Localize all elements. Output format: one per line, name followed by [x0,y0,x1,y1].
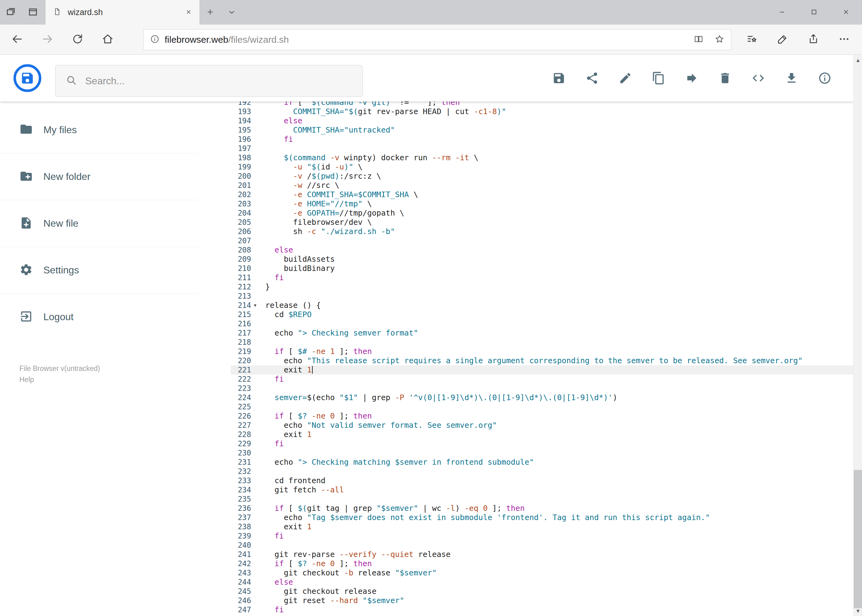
share-file-button[interactable] [585,71,599,85]
sidebar-item-new-folder[interactable]: New folder [0,153,198,200]
forward-button[interactable] [38,30,57,50]
source-code-button[interactable] [752,71,765,85]
code-line[interactable]: 217 echo "> Checking semver format" [231,328,853,338]
code-line[interactable]: 244 else [231,578,853,587]
sidebar-item-settings[interactable]: Settings [0,247,198,293]
code-line[interactable]: 241 git rev-parse --verify --quiet relea… [231,550,853,559]
code-line[interactable]: 199 -u "$(id -u)" \ [231,162,853,171]
close-button[interactable] [830,0,862,25]
download-button[interactable] [785,71,798,85]
copy-button[interactable] [652,71,665,85]
code-area[interactable]: 192 if [ "$(command -v git)" != "" ]; th… [231,98,853,614]
home-button[interactable] [98,30,118,50]
code-line[interactable]: 197 [231,144,853,153]
search-input[interactable] [85,75,352,87]
code-line[interactable]: 238 exit 1 [231,522,853,531]
code-line[interactable]: 204 -e GOPATH=//tmp/gopath \ [231,209,853,218]
code-line[interactable]: 213 [231,292,853,301]
save-button[interactable] [552,71,566,85]
scrollbar-thumb[interactable] [854,470,862,608]
code-line[interactable]: 209 buildAssets [231,255,853,264]
code-line[interactable]: 245 git checkout release [231,587,853,596]
set-tabs-aside-button[interactable] [6,7,16,18]
code-line[interactable]: 242 if [ $? -ne 0 ]; then [231,559,853,568]
code-line[interactable]: 236 if [ $(git tag | grep "$semver" | wc… [231,504,853,513]
code-line[interactable]: 240 [231,541,853,550]
code-line[interactable]: 237 echo "Tag $semver does not exist in … [231,513,853,522]
code-line[interactable]: 233 cd frontend [231,476,853,485]
help-link[interactable]: Help [19,374,100,385]
code-line[interactable]: 198 $(command -v winpty) docker run --rm… [231,153,853,162]
minimize-button[interactable] [766,0,798,25]
code-line[interactable]: 229 fi [231,439,853,448]
code-line[interactable]: 214▾release () { [231,301,853,310]
code-line[interactable]: 215 cd $REPO [231,310,853,319]
code-line[interactable]: 239 fi [231,531,853,541]
maximize-button[interactable] [798,0,830,25]
code-line[interactable]: 219 if [ $# -ne 1 ]; then [231,347,853,356]
rename-button[interactable] [619,71,632,85]
scroll-up-icon[interactable]: ▲ [854,55,862,65]
tab-close-button[interactable] [185,9,192,16]
share-button[interactable] [805,31,822,48]
code-line[interactable]: 201 -w //src \ [231,181,853,190]
code-line[interactable]: 224 semver=$(echo "$1" | grep -P '^v(0|[… [231,393,853,402]
info-button[interactable] [818,71,832,85]
site-info-icon[interactable] [150,34,160,45]
code-line[interactable]: 216 [231,319,853,328]
search-box[interactable] [55,65,363,97]
code-line[interactable]: 195 COMMIT_SHA="untracked" [231,126,853,135]
fold-arrow-icon[interactable]: ▾ [251,301,259,310]
code-line[interactable]: 228 exit 1 [231,430,853,439]
code-line[interactable]: 223 [231,384,853,393]
code-line[interactable]: 194 else [231,116,853,126]
delete-button[interactable] [718,71,732,85]
code-line[interactable]: 202 -e COMMIT_SHA=$COMMIT_SHA \ [231,190,853,199]
code-line[interactable]: 218 [231,338,853,347]
new-tab-button[interactable] [199,0,221,25]
url-text[interactable]: filebrowser.web/files/wizard.sh [165,35,689,45]
sidebar-item-logout[interactable]: Logout [0,293,198,340]
favorite-star-icon[interactable] [714,34,725,46]
code-line[interactable]: 232 [231,467,853,476]
hub-button[interactable] [743,31,760,48]
tab-list-button[interactable] [221,0,243,25]
code-line[interactable]: 230 [231,448,853,457]
address-bar[interactable]: filebrowser.web/files/wizard.sh [143,29,731,50]
code-line[interactable]: 246 git reset --hard "$semver" [231,596,853,605]
app-logo[interactable] [13,64,42,93]
code-line[interactable]: 231 echo "> Checking matching $semver in… [231,457,853,467]
code-line[interactable]: 210 buildBinary [231,264,853,273]
code-line[interactable]: 235 [231,495,853,504]
code-line[interactable]: 247 fi [231,605,853,614]
code-line[interactable]: 225 [231,402,853,412]
code-line[interactable]: 205 filebrowser/dev \ [231,218,853,227]
sidebar-item-my-files[interactable]: My files [0,107,198,153]
browser-tab[interactable]: wizard.sh [46,0,199,25]
code-line[interactable]: 227 echo "Not valid semver format. See s… [231,421,853,430]
annotate-button[interactable] [774,31,791,48]
code-line[interactable]: 222 fi [231,375,853,384]
refresh-button[interactable] [68,30,87,50]
more-options-button[interactable] [835,31,853,48]
reading-view-icon[interactable] [693,34,704,46]
page-scrollbar[interactable]: ▲ ▼ [853,55,862,616]
code-line[interactable]: 243 git checkout -b release "$semver" [231,568,853,578]
code-line[interactable]: 221 exit 1 [231,365,853,375]
back-button[interactable] [7,30,27,50]
code-line[interactable]: 203 -e HOME="//tmp" \ [231,199,853,209]
code-line[interactable]: 234 git fetch --all [231,485,853,495]
tab-preview-button[interactable] [28,7,38,18]
code-line[interactable]: 208 else [231,245,853,255]
scroll-down-icon[interactable]: ▼ [854,605,862,616]
editor[interactable]: 192 if [ "$(command -v git)" != "" ]; th… [231,98,853,616]
code-line[interactable]: 220 echo "This release script requires a… [231,356,853,365]
code-line[interactable]: 193 COMMIT_SHA="$(git rev-parse HEAD | c… [231,107,853,116]
code-line[interactable]: 212} [231,282,853,292]
code-line[interactable]: 211 fi [231,273,853,282]
sidebar-item-new-file[interactable]: New file [0,200,198,247]
code-line[interactable]: 200 -v /$(pwd):/src:z \ [231,171,853,181]
code-line[interactable]: 196 fi [231,135,853,144]
code-line[interactable]: 226 if [ $? -ne 0 ]; then [231,412,853,421]
move-button[interactable] [685,71,698,85]
